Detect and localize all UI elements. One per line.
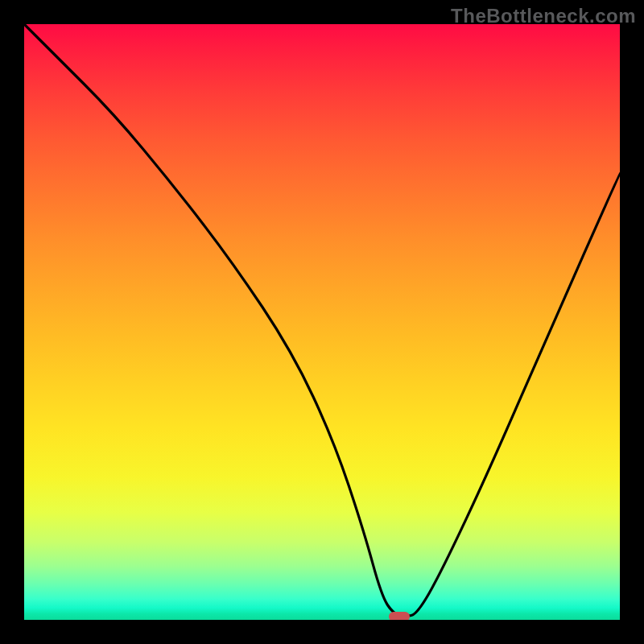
watermark-text: TheBottleneck.com <box>451 5 636 27</box>
curve-svg <box>24 24 620 620</box>
chart-stage: TheBottleneck.com <box>0 0 644 644</box>
bottleneck-curve <box>24 24 620 616</box>
plot-area <box>24 24 620 620</box>
optimal-marker <box>389 612 410 620</box>
